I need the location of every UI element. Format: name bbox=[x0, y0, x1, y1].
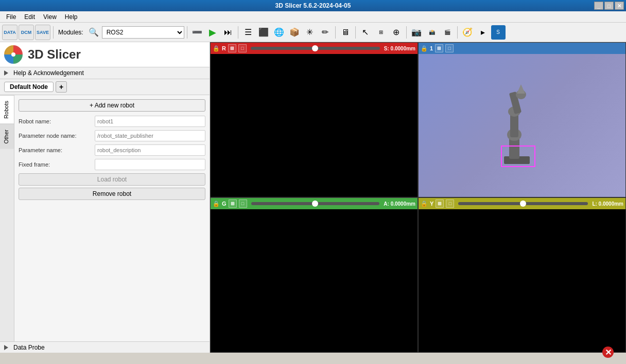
asterisk-icon[interactable]: ✳ bbox=[303, 25, 317, 40]
pencil-icon[interactable]: ✏ bbox=[318, 25, 333, 40]
param-name-group: Parameter name: bbox=[19, 144, 205, 156]
skip-forward-icon[interactable]: ⏭ bbox=[221, 25, 235, 40]
add-robot-button[interactable]: + Add new robot bbox=[19, 99, 205, 112]
vp-window-btn-g[interactable]: □ bbox=[239, 199, 247, 208]
vp-lock-icon: 🔒 bbox=[213, 45, 220, 52]
list-icon[interactable]: ☰ bbox=[241, 25, 255, 40]
help-expand-icon bbox=[4, 70, 8, 76]
side-tabs: Robots Other bbox=[0, 95, 14, 341]
fixed-frame-input[interactable] bbox=[95, 159, 205, 170]
remove-robot-button[interactable]: Remove robot bbox=[19, 188, 205, 200]
menu-bar: File Edit View Help bbox=[0, 11, 626, 23]
vp-value-y: L: 0.0000mm bbox=[592, 201, 623, 207]
maximize-btn[interactable]: □ bbox=[604, 2, 614, 10]
viewport-green: 🔒 G ⊞ □ A: 0.0000mm bbox=[210, 197, 418, 353]
sep7 bbox=[457, 26, 458, 39]
fixed-frame-group: Fixed frame: bbox=[19, 159, 205, 170]
menu-view[interactable]: View bbox=[39, 12, 61, 22]
sep3 bbox=[238, 26, 238, 39]
slicer-logo[interactable]: S bbox=[491, 25, 506, 40]
vp-label-g: G bbox=[222, 201, 227, 207]
vp-3d-content bbox=[419, 54, 625, 197]
menu-edit[interactable]: Edit bbox=[20, 12, 39, 22]
vp-slider-y[interactable] bbox=[458, 201, 588, 206]
modules-select[interactable]: ROS2 bbox=[102, 26, 184, 39]
param-name-label: Parameter name: bbox=[19, 147, 91, 153]
crosshair-icon[interactable]: ⊕ bbox=[389, 25, 404, 40]
screen-icon[interactable]: 🖥 bbox=[338, 25, 353, 40]
vp-lock-icon-g: 🔒 bbox=[213, 201, 220, 207]
logo-area: 3D Slicer bbox=[0, 42, 210, 67]
vp-value-g: A: 0.0000mm bbox=[384, 201, 415, 207]
sep6 bbox=[406, 26, 407, 39]
data-probe-section[interactable]: Data Probe bbox=[0, 341, 210, 353]
load-robot-button[interactable]: Load robot bbox=[19, 173, 205, 186]
play-forward-icon[interactable]: ▶ bbox=[205, 25, 220, 40]
vp-window-btn-3d[interactable]: □ bbox=[445, 44, 454, 52]
close-btn[interactable]: ✕ bbox=[615, 2, 624, 10]
vp-window-btn-r[interactable]: □ bbox=[238, 44, 247, 52]
param-node-group: Parameter node name: bbox=[19, 130, 205, 141]
orientation-icon[interactable]: 🧭 bbox=[460, 25, 475, 40]
vp-window-btn-y[interactable]: □ bbox=[446, 199, 454, 208]
sep1 bbox=[53, 26, 54, 39]
cube-icon[interactable]: ⬛ bbox=[256, 25, 271, 40]
vp-slider-r[interactable] bbox=[251, 46, 380, 51]
modules-label: Modules: bbox=[56, 29, 85, 36]
tab-default-node[interactable]: Default Node bbox=[4, 82, 54, 92]
robot-arm-svg bbox=[476, 79, 568, 172]
viewport-area: 🔒 R ⊞ □ S: 0.0000mm 🔒 1 ⊞ □ bbox=[210, 42, 626, 353]
save-btn[interactable]: SAVE bbox=[35, 25, 50, 40]
screenshot-icon[interactable]: 📸 bbox=[425, 25, 439, 40]
minimize-btn[interactable]: _ bbox=[594, 2, 603, 10]
viewport-red-header: 🔒 R ⊞ □ S: 0.0000mm bbox=[211, 43, 418, 54]
vp-label-y: Y bbox=[430, 201, 433, 207]
window-controls[interactable]: _ □ ✕ bbox=[594, 2, 624, 10]
sphere-icon[interactable]: 🌐 bbox=[272, 25, 286, 40]
vp-value-r: S: 0.0000mm bbox=[384, 46, 415, 51]
search-icon[interactable]: 🔍 bbox=[86, 25, 101, 40]
dcm-btn[interactable]: DCM bbox=[19, 25, 34, 40]
viewport-yellow-header: 🔒 Y ⊞ □ L: 0.0000mm bbox=[419, 198, 625, 209]
vp-orient-btn[interactable]: ⊞ bbox=[435, 44, 443, 52]
app-title: 3D Slicer bbox=[28, 47, 81, 62]
side-tab-robots[interactable]: Robots bbox=[0, 95, 14, 124]
help-section[interactable]: Help & Acknowledgement bbox=[0, 67, 210, 79]
side-tab-other[interactable]: Other bbox=[0, 124, 14, 149]
sep2 bbox=[187, 26, 187, 39]
minus-icon[interactable]: ➖ bbox=[190, 25, 204, 40]
fixed-frame-label: Fixed frame: bbox=[19, 161, 91, 168]
svg-marker-9 bbox=[517, 84, 525, 94]
slicer-logo-icon bbox=[4, 45, 23, 64]
menu-help[interactable]: Help bbox=[61, 12, 82, 22]
vp-layout-btn-y[interactable]: ⊞ bbox=[436, 199, 444, 208]
robot-name-input[interactable] bbox=[95, 116, 205, 127]
tab-add-btn[interactable]: + bbox=[56, 81, 67, 93]
menu-file[interactable]: File bbox=[2, 12, 20, 22]
sep4 bbox=[335, 26, 336, 39]
main-layout: 3D Slicer Help & Acknowledgement Default… bbox=[0, 42, 626, 353]
error-close-button[interactable]: ✕ bbox=[602, 347, 614, 358]
data-btn[interactable]: DATA bbox=[2, 25, 18, 40]
vp-red-content bbox=[211, 54, 418, 197]
param-name-input[interactable] bbox=[95, 144, 205, 156]
param-node-input[interactable] bbox=[95, 130, 205, 141]
vp-yellow-content bbox=[419, 209, 625, 352]
robot-name-label: Robot name: bbox=[19, 118, 91, 124]
camera-icon[interactable]: 📷 bbox=[409, 25, 424, 40]
vp-layout-btn-r[interactable]: ⊞ bbox=[228, 44, 236, 52]
box-icon[interactable]: 📦 bbox=[287, 25, 302, 40]
param-node-label: Parameter node name: bbox=[19, 133, 91, 139]
transform-icon[interactable]: ⊞ bbox=[374, 25, 388, 40]
pointer-icon[interactable]: ↖ bbox=[358, 25, 373, 40]
tabs-area: Default Node + bbox=[0, 79, 210, 95]
vp-layout-btn-g[interactable]: ⊞ bbox=[229, 199, 237, 208]
more-icon[interactable]: ▸ bbox=[476, 25, 490, 40]
record-icon[interactable]: 🎬 bbox=[440, 25, 455, 40]
help-label: Help & Acknowledgement bbox=[13, 69, 84, 77]
sep5 bbox=[355, 26, 356, 39]
vp-slider-g[interactable] bbox=[251, 201, 380, 206]
content-area: Robots Other + Add new robot Robot name:… bbox=[0, 95, 210, 341]
robot-name-group: Robot name: bbox=[19, 116, 205, 127]
vp-lock-icon-3d: 🔒 bbox=[421, 45, 428, 52]
